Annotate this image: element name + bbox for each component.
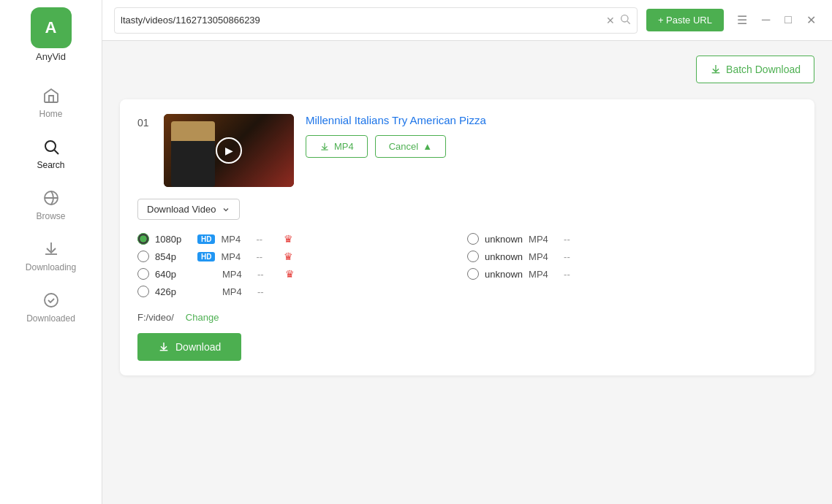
quality-label-640p: 640p	[155, 269, 192, 280]
premium-crown-1080p: ♛	[284, 233, 293, 245]
quality-format-unknown-2: MP4	[529, 251, 558, 262]
quality-radio-426p[interactable]	[137, 286, 149, 297]
download-button[interactable]: Download	[137, 333, 241, 361]
quality-size-640p: --	[257, 269, 279, 280]
format-select-row: Download Video	[137, 199, 797, 220]
quality-size-unknown-2: --	[564, 251, 586, 262]
sidebar-item-browse[interactable]: Browse	[0, 179, 102, 230]
sidebar-item-downloading[interactable]: Downloading	[0, 230, 102, 281]
title-bar: ltasty/videos/1162713050866239 ✕ + Paste…	[102, 0, 832, 41]
quality-row-unknown-2: unknown MP4 --	[467, 248, 797, 265]
quality-format-640p: MP4	[222, 269, 252, 280]
quality-radio-unknown-3[interactable]	[467, 268, 479, 280]
paste-url-button[interactable]: + Paste URL	[646, 9, 724, 31]
quality-format-unknown-1: MP4	[529, 234, 558, 245]
hd-badge-854p: HD	[197, 252, 215, 261]
sidebar-item-downloaded[interactable]: Downloaded	[0, 281, 102, 332]
quality-right-column: unknown MP4 -- unknown MP4 --	[467, 230, 797, 300]
quality-row-426p: 426p MP4 --	[137, 283, 467, 300]
maximize-button[interactable]: □	[780, 12, 796, 28]
premium-crown-854p: ♛	[284, 251, 293, 262]
sidebar-item-home-label: Home	[39, 109, 62, 119]
video-number: 01	[137, 117, 152, 129]
path-row: F:/video/ Change	[137, 312, 797, 323]
svg-line-1	[54, 150, 58, 155]
sidebar: A AnyVid Home Search Browse	[0, 0, 102, 504]
sidebar-item-browse-label: Browse	[36, 211, 65, 221]
thumbnail-overlay: ▶	[164, 114, 294, 187]
minimize-button[interactable]: ─	[757, 12, 774, 28]
quality-format-426p: MP4	[222, 286, 252, 297]
home-icon	[41, 85, 61, 106]
quality-row-1080p: 1080p HD MP4 -- ♛	[137, 230, 467, 248]
quality-label-unknown-1: unknown	[485, 234, 523, 245]
svg-point-0	[45, 141, 56, 151]
url-clear-button[interactable]: ✕	[606, 15, 615, 26]
quality-label-426p: 426p	[155, 286, 192, 297]
quality-radio-1080p[interactable]	[137, 233, 149, 245]
premium-crown-640p: ♛	[285, 268, 295, 280]
url-text: ltasty/videos/1162713050866239	[121, 15, 602, 26]
hd-badge-1080p: HD	[197, 234, 215, 244]
content-area: Batch Download 01 ▶ Millennial Italians …	[102, 41, 832, 504]
app-name: AnyVid	[36, 51, 66, 62]
downloading-icon	[41, 239, 61, 259]
sidebar-item-search[interactable]: Search	[0, 128, 102, 179]
quality-size-1080p: --	[256, 234, 278, 245]
video-title: Millennial Italians Try American Pizza	[306, 114, 797, 126]
close-button[interactable]: ✕	[802, 12, 820, 28]
main-area: ltasty/videos/1162713050866239 ✕ + Paste…	[102, 0, 832, 504]
quality-row-unknown-3: unknown MP4 --	[467, 265, 797, 283]
url-bar[interactable]: ltasty/videos/1162713050866239 ✕	[114, 7, 638, 34]
quality-label-unknown-2: unknown	[485, 251, 523, 262]
quality-format-1080p: MP4	[221, 234, 250, 245]
quality-row-640p: 640p MP4 -- ♛	[137, 265, 467, 283]
quality-format-unknown-3: MP4	[529, 269, 558, 280]
batch-download-button[interactable]: Batch Download	[696, 56, 814, 83]
format-dropdown[interactable]: Download Video	[137, 199, 240, 220]
cancel-label: Cancel	[389, 141, 418, 152]
quality-label-unknown-3: unknown	[485, 269, 523, 280]
play-button-icon[interactable]: ▶	[216, 137, 242, 164]
video-card: 01 ▶ Millennial Italians Try American Pi…	[120, 99, 814, 375]
quality-radio-unknown-2[interactable]	[467, 251, 479, 262]
window-controls: ☰ ─ □ ✕	[733, 12, 820, 28]
video-info: Millennial Italians Try American Pizza M…	[306, 114, 797, 158]
video-thumbnail[interactable]: ▶	[164, 114, 294, 187]
quality-row-unknown-1: unknown MP4 --	[467, 230, 797, 248]
video-header: 01 ▶ Millennial Italians Try American Pi…	[137, 114, 797, 187]
quality-size-unknown-3: --	[564, 269, 586, 280]
app-logo-letter: A	[45, 18, 57, 37]
search-icon	[41, 137, 61, 157]
change-path-link[interactable]: Change	[186, 312, 219, 323]
quality-radio-unknown-1[interactable]	[467, 233, 479, 245]
sidebar-item-downloading-label: Downloading	[26, 262, 76, 272]
mp4-label: MP4	[334, 141, 354, 152]
svg-line-5	[627, 21, 630, 24]
quality-grid: 1080p HD MP4 -- ♛ 854p HD MP4 --	[137, 230, 797, 300]
menu-button[interactable]: ☰	[733, 12, 752, 28]
quality-radio-640p[interactable]	[137, 268, 149, 280]
sidebar-item-home[interactable]: Home	[0, 77, 102, 128]
browse-icon	[41, 188, 61, 208]
batch-download-label: Batch Download	[726, 64, 801, 75]
cancel-chevron-icon: ▲	[423, 141, 432, 152]
quality-format-854p: MP4	[221, 251, 250, 262]
svg-point-4	[621, 15, 628, 21]
mp4-button[interactable]: MP4	[306, 135, 368, 158]
quality-size-unknown-1: --	[564, 234, 586, 245]
url-search-icon	[619, 13, 631, 28]
quality-size-854p: --	[256, 251, 278, 262]
svg-point-3	[45, 294, 58, 307]
format-dropdown-label: Download Video	[147, 204, 216, 215]
download-button-label: Download	[175, 341, 221, 353]
downloaded-icon	[41, 290, 61, 310]
quality-left-column: 1080p HD MP4 -- ♛ 854p HD MP4 --	[137, 230, 467, 300]
sidebar-item-search-label: Search	[37, 160, 64, 170]
cancel-button[interactable]: Cancel ▲	[375, 135, 446, 158]
quality-size-426p: --	[257, 286, 279, 297]
action-buttons: MP4 Cancel ▲	[306, 135, 797, 158]
quality-label-1080p: 1080p	[155, 234, 192, 245]
save-path-text: F:/video/	[137, 312, 174, 323]
quality-radio-854p[interactable]	[137, 251, 149, 262]
